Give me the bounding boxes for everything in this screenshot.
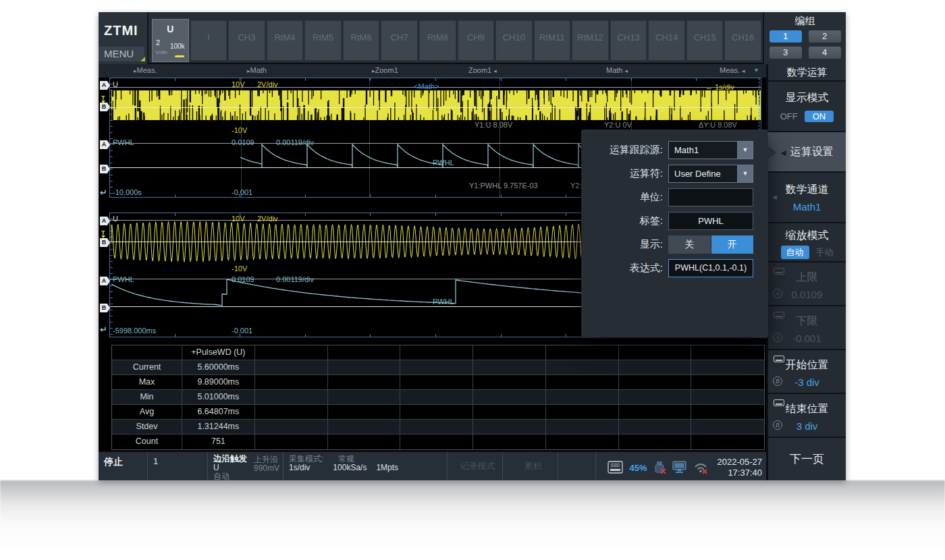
channel-tab-u[interactable]: U 2 V/div 100k <box>152 19 189 62</box>
table-cell <box>619 390 692 405</box>
display-mode-on[interactable]: ON <box>805 111 834 122</box>
channel-tab-rtm6[interactable]: RtM6 <box>343 20 380 61</box>
table-cell <box>691 345 764 360</box>
sidebar-item-start-position[interactable]: B 开始位置 -3 div <box>768 350 846 394</box>
date-value: 2022-05-27 <box>718 457 763 468</box>
cursor-a-badge-math[interactable]: A <box>100 140 110 149</box>
ruler-marker-zoom1-end[interactable]: Zoom1 ◂ <box>468 66 497 74</box>
trigger-t-marker[interactable]: T <box>101 95 105 103</box>
channel-tab-rtm11[interactable]: RtM11 <box>534 20 571 61</box>
scale-mode-manual[interactable]: 手动 <box>816 246 834 258</box>
top-bar: ZTMI MENU U 2 V/div 100k ICH3RtM4RtM5RtM… <box>99 12 846 64</box>
zoom-cursor-a-badge[interactable]: A <box>100 217 110 225</box>
dialog-label-unit: 单位: <box>582 191 668 204</box>
channel-tab-i[interactable]: I <box>190 20 227 61</box>
cursor-readout-y2: Y2:U 0V <box>604 121 632 129</box>
zoom-cursor-b-badge-math[interactable]: B <box>100 304 110 312</box>
sidebar-item-lower-limit: A 下限 -0.001 <box>768 306 846 350</box>
sidebar-item-end-position[interactable]: B 结束位置 3 div <box>768 394 846 438</box>
table-cell <box>691 390 764 405</box>
zoom-cursor-b-badge[interactable]: B <box>100 238 110 247</box>
ruler-marker-math-end[interactable]: Math ◂ <box>606 66 628 74</box>
sidebar-item-scale-mode[interactable]: 缩放模式 自动 手动 <box>768 223 846 262</box>
table-cell <box>473 405 546 420</box>
status-bar: 停止 1 边沿触发 U 自动 上升沿 990mV 采集模式: 常规 <box>99 451 766 480</box>
table-cell: +PulseWD (U) <box>182 345 255 360</box>
group-button-2[interactable]: 2 <box>809 30 841 43</box>
grouping-panel: 编组 1 2 3 4 <box>763 12 846 64</box>
run-state: 停止 <box>99 452 147 480</box>
pwhl-bottom-scale: -0.001 <box>232 188 252 196</box>
channel-tab-ch16[interactable]: CH16 <box>724 20 761 61</box>
zoom-trigger-t-marker[interactable]: T <box>101 230 105 238</box>
group-button-1[interactable]: 1 <box>770 30 802 43</box>
sidebar-item-math-channel[interactable]: ◀ 数学通道 Math1 <box>768 173 846 223</box>
sidebar-item-next-page[interactable]: 下一页 <box>768 438 846 480</box>
table-cell <box>328 390 401 405</box>
table-cell <box>691 405 764 420</box>
ruler-marker-zoom1-start[interactable]: ▸Zoom1 <box>372 66 398 74</box>
ruler-marker-meas-end[interactable]: Meas. ◂ <box>720 66 745 74</box>
channel-tab-ch3[interactable]: CH3 <box>228 20 265 61</box>
channel-tab-ch7[interactable]: CH7 <box>381 20 418 61</box>
math-source-select[interactable]: Math1 ▼ <box>668 141 753 159</box>
table-cell: Min <box>112 390 182 405</box>
channel-tab-ch9[interactable]: CH9 <box>458 20 495 61</box>
cursor-b-badge[interactable]: B <box>100 103 110 111</box>
dialog-label-expression: 表达式: <box>582 262 668 275</box>
channel-tab-rtm4[interactable]: RtM4 <box>267 20 304 61</box>
cursor-a-badge[interactable]: A <box>100 81 110 90</box>
table-cell: Current <box>112 360 182 375</box>
storage-ssd-icon: SSD <box>607 461 624 474</box>
group-button-3[interactable]: 3 <box>770 47 802 59</box>
knob-b-icon: B <box>773 420 782 430</box>
pwhl-trace-label: PWHL <box>433 159 454 167</box>
expression-input[interactable]: PWHL(C1,0.1,-0.1) <box>668 259 753 277</box>
chevron-down-icon[interactable]: ▼ <box>737 165 753 183</box>
sidebar-item-op-settings[interactable]: ◀运算设置 <box>768 132 846 173</box>
tab-scale: 2 <box>156 38 160 47</box>
table-cell: Count <box>112 435 182 449</box>
channel-tab-ch10[interactable]: CH10 <box>495 20 533 61</box>
menu-button[interactable]: MENU <box>99 47 144 61</box>
display-mode-off[interactable]: OFF <box>780 111 798 121</box>
label-input[interactable]: PWHL <box>668 212 753 230</box>
u-top-scale: 10V <box>232 80 245 88</box>
menu-label: MENU <box>104 48 134 59</box>
knob-b-icon: B <box>773 376 782 386</box>
channel-tab-ch13[interactable]: CH13 <box>610 20 647 61</box>
sidebar-item-display-mode[interactable]: 显示模式 OFF ON <box>768 82 846 132</box>
display-off-button[interactable]: 关 <box>668 235 711 254</box>
zoom-cursor-a-badge-math[interactable]: A <box>100 277 110 285</box>
chevron-down-icon[interactable]: ▼ <box>737 141 753 159</box>
group-button-4[interactable]: 4 <box>809 47 841 59</box>
cursor-b-badge-math[interactable]: B <box>100 165 110 173</box>
ruler-marker-math-start[interactable]: ▸Math <box>247 66 267 74</box>
table-cell <box>473 390 546 405</box>
unit-input[interactable] <box>668 188 753 206</box>
table-cell <box>546 360 619 375</box>
table-cell <box>255 435 328 449</box>
cursor-b-line[interactable] <box>110 107 761 108</box>
math-time-start: -10.000s <box>113 188 142 196</box>
channel-tab-rtm5[interactable]: RtM5 <box>304 20 342 61</box>
knob-a-icon: A <box>773 289 782 298</box>
scale-mode-auto[interactable]: 自动 <box>781 246 809 259</box>
display-on-button[interactable]: 开 <box>711 235 754 254</box>
math-window-label: <Math> <box>414 82 439 90</box>
table-cell <box>400 375 473 390</box>
channel-tab-rtm12[interactable]: RtM12 <box>572 20 609 61</box>
status-spacer <box>558 452 595 480</box>
operator-select[interactable]: User Define ▼ <box>668 165 753 183</box>
ruler-marker-meas-start[interactable]: ▸Meas. <box>134 66 157 74</box>
channel-tab-ch15[interactable]: CH15 <box>686 20 724 61</box>
table-cell: 9.89000ms <box>182 375 255 390</box>
pwhl-readout-y2: Y2: <box>570 181 582 190</box>
channel-tab-rtm8[interactable]: RtM8 <box>419 20 456 61</box>
channel-tab-ch14[interactable]: CH14 <box>648 20 685 61</box>
table-cell <box>691 375 764 390</box>
record-mode: 记录模式 <box>447 452 502 480</box>
sidebar-item-upper-limit: A 上限 0.0109 <box>768 262 846 306</box>
math-channel-value: Math1 <box>768 201 846 213</box>
dialog-label-source: 运算跟踪源: <box>582 144 668 157</box>
